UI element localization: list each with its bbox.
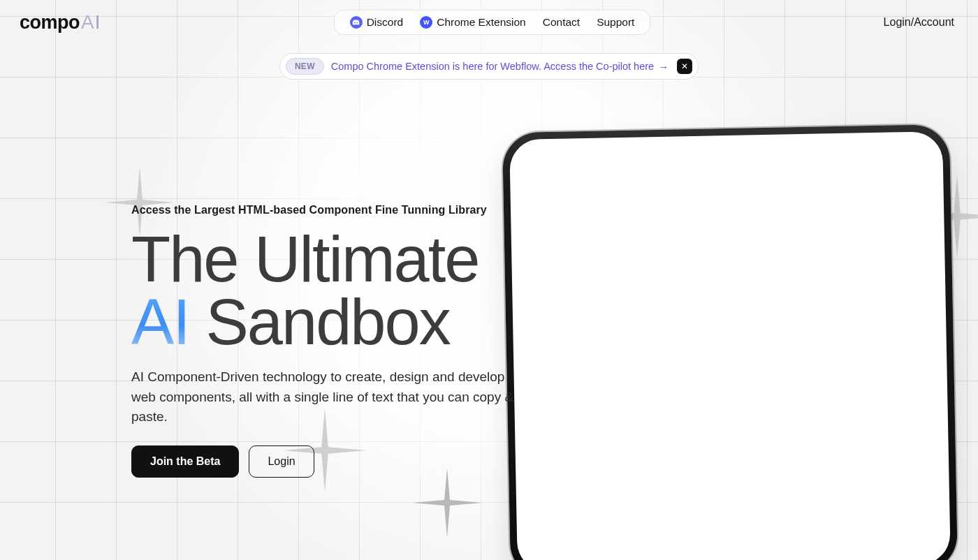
logo-suffix: AI bbox=[81, 11, 101, 34]
close-banner-button[interactable]: ✕ bbox=[677, 59, 692, 74]
logo-wordmark: compo bbox=[20, 12, 80, 34]
hero-subtitle: AI Component-Driven technology to create… bbox=[131, 367, 523, 427]
nav-label: Discord bbox=[367, 16, 404, 29]
login-button[interactable]: Login bbox=[249, 445, 314, 478]
hero: Access the Largest HTML-based Component … bbox=[0, 80, 531, 478]
announcement-banner-wrap: NEW Compo Chrome Extension is here for W… bbox=[0, 53, 978, 80]
nav-label: Support bbox=[597, 16, 634, 29]
join-beta-button[interactable]: Join the Beta bbox=[131, 445, 239, 478]
nav-link-contact[interactable]: Contact bbox=[543, 16, 580, 29]
announcement-banner: NEW Compo Chrome Extension is here for W… bbox=[279, 53, 699, 80]
new-badge: NEW bbox=[286, 58, 324, 75]
nav-link-chrome-extension[interactable]: W Chrome Extension bbox=[420, 16, 526, 29]
cta-row: Join the Beta Login bbox=[131, 445, 531, 478]
hero-title-ai: AI bbox=[131, 286, 189, 358]
device-mockup bbox=[502, 124, 958, 560]
logo[interactable]: compo AI bbox=[20, 11, 101, 34]
nav-link-discord[interactable]: Discord bbox=[350, 16, 404, 29]
nav-label: Chrome Extension bbox=[437, 16, 526, 29]
hero-title-line1: The Ultimate bbox=[131, 223, 479, 295]
webflow-icon: W bbox=[420, 16, 432, 29]
hero-title: The Ultimate AI Sandbox bbox=[131, 228, 531, 353]
hero-title-rest: Sandbox bbox=[189, 286, 450, 358]
arrow-right-icon: → bbox=[658, 61, 669, 73]
login-account-link[interactable]: Login/Account bbox=[884, 16, 954, 29]
discord-icon bbox=[350, 16, 363, 29]
announcement-link[interactable]: Compo Chrome Extension is here for Webfl… bbox=[331, 61, 654, 72]
header: compo AI Discord W Chrome Extension Cont… bbox=[0, 0, 978, 35]
nav-label: Contact bbox=[543, 16, 580, 29]
hero-eyebrow: Access the Largest HTML-based Component … bbox=[131, 204, 531, 216]
main-nav: Discord W Chrome Extension Contact Suppo… bbox=[334, 10, 651, 35]
nav-link-support[interactable]: Support bbox=[597, 16, 634, 29]
